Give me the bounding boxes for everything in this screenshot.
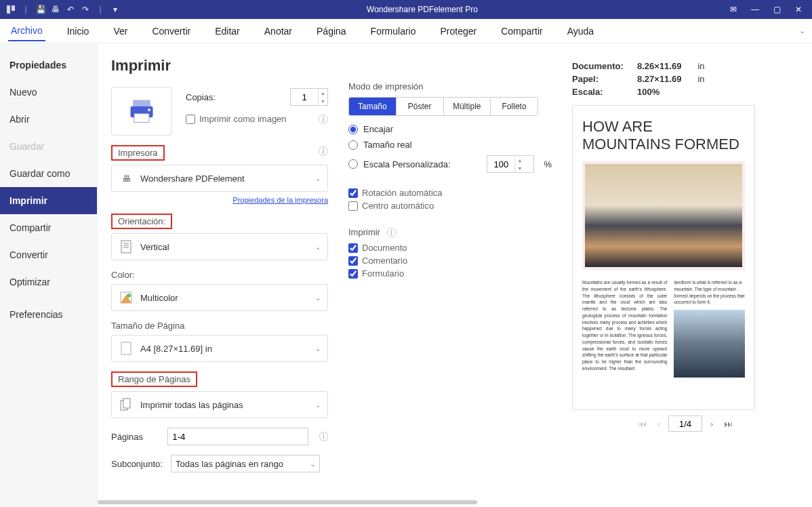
chevron-down-icon: ⌄ (315, 401, 321, 409)
print-mode-label: Modo de impresión (348, 81, 552, 92)
svg-rect-12 (121, 342, 131, 354)
docinfo-doc-val: 8.26×11.69 (637, 61, 681, 71)
radio-custom-scale-label: Escala Personalizada: (363, 159, 451, 169)
info-icon[interactable]: i (319, 115, 328, 124)
print-form-label: Formulario (362, 268, 404, 279)
sidebar-item-nuevo[interactable]: Nuevo (0, 79, 97, 106)
scale-unit: % (544, 159, 552, 169)
tab-size[interactable]: Tamaño (349, 98, 397, 115)
radio-actual[interactable] (348, 140, 358, 150)
docinfo-paper-unit: in (697, 74, 704, 84)
sidebar-item-compartir[interactable]: Compartir (0, 214, 97, 241)
docinfo-paper-val: 8.27×11.69 (637, 74, 681, 84)
menu-archivo[interactable]: Archivo (8, 21, 45, 41)
printer-icon: 🖶 (119, 171, 134, 186)
svg-rect-6 (121, 241, 131, 253)
menu-formulario[interactable]: Formulario (368, 22, 419, 41)
minimize-button[interactable]: ― (746, 0, 765, 19)
info-icon[interactable]: i (319, 146, 328, 156)
print-icon[interactable]: 🖶 (50, 4, 61, 15)
pager-last-button[interactable]: ⏭ (721, 418, 735, 430)
maximize-button[interactable]: ▢ (767, 0, 786, 19)
menu-inicio[interactable]: Inicio (64, 22, 92, 41)
page-icon (119, 341, 134, 356)
spinner-up[interactable]: ▲ (319, 89, 327, 97)
tab-poster[interactable]: Póster (397, 98, 444, 115)
printer-dropdown[interactable]: 🖶 Wondershare PDFelement ⌄ (111, 165, 328, 192)
menu-proteger[interactable]: Proteger (438, 22, 480, 41)
menu-ver[interactable]: Ver (110, 22, 130, 41)
sidebar-item-abrir[interactable]: Abrir (0, 106, 97, 133)
tab-booklet[interactable]: Folleto (491, 98, 537, 115)
pager-prev-button[interactable]: ‹ (655, 418, 663, 430)
pagerange-dropdown[interactable]: Imprimir todas las páginas ⌄ (111, 391, 328, 418)
chevron-down-icon: ⌄ (310, 460, 315, 468)
radio-custom-scale[interactable] (348, 159, 358, 169)
redo-icon[interactable]: ↷ (80, 4, 91, 15)
menu-editar[interactable]: Editar (212, 22, 243, 41)
auto-center-checkbox[interactable] (348, 201, 358, 211)
printer-value: Wondershare PDFelement (140, 174, 315, 184)
preview-image-1 (582, 161, 745, 270)
sidebar-item-propiedades[interactable]: Propiedades (0, 52, 97, 79)
document-info: Documento:8.26×11.69in Papel:8.27×11.69i… (572, 61, 798, 97)
menu-pagina[interactable]: Página (314, 22, 349, 41)
pager-next-button[interactable]: › (708, 418, 716, 430)
svg-rect-0 (7, 5, 10, 14)
print-comment-checkbox[interactable] (348, 256, 358, 266)
print-form-checkbox[interactable] (348, 269, 358, 279)
pager-input[interactable] (668, 415, 702, 432)
subset-label: Subconjunto: (111, 459, 164, 469)
preview-title: HOW ARE MOUNTAINS FORMED (582, 118, 745, 153)
printer-properties-link[interactable]: Propiedades de la impresora (232, 196, 328, 204)
menu-ayuda[interactable]: Ayuda (565, 22, 596, 41)
dropdown-icon[interactable]: ▾ (110, 4, 121, 15)
copies-spinner[interactable]: ▲▼ (290, 88, 328, 106)
pagerange-value: Imprimir todas las páginas (140, 400, 315, 410)
svg-point-11 (127, 293, 131, 298)
pagesize-dropdown[interactable]: A4 [8.27×11.69] in ⌄ (111, 335, 328, 362)
undo-icon[interactable]: ↶ (65, 4, 76, 15)
svg-rect-2 (133, 100, 150, 106)
pager-first-button[interactable]: ⏮ (635, 418, 649, 430)
menu-compartir[interactable]: Compartir (498, 22, 545, 41)
spinner-down[interactable]: ▼ (515, 164, 524, 172)
subset-dropdown[interactable]: Todas las páginas en rango ⌄ (171, 455, 320, 472)
page-portrait-icon (119, 239, 134, 254)
svg-rect-1 (12, 5, 15, 11)
info-icon[interactable]: i (319, 432, 328, 441)
spinner-down[interactable]: ▼ (319, 97, 327, 105)
pages-input[interactable] (167, 428, 308, 445)
color-icon (119, 290, 134, 305)
sidebar-item-preferencias[interactable]: Preferencias (0, 301, 97, 328)
sidebar-item-convertir[interactable]: Convertir (0, 241, 97, 268)
menu-collapse-icon[interactable]: ⌄ (799, 26, 805, 35)
menu-convertir[interactable]: Convertir (149, 22, 193, 41)
menu-anotar[interactable]: Anotar (262, 22, 295, 41)
color-dropdown[interactable]: Multicolor ⌄ (111, 284, 328, 311)
copies-input[interactable] (291, 89, 318, 105)
print-section-label: Imprimir (348, 227, 380, 237)
printer-illustration (111, 87, 172, 136)
docinfo-scale-val: 100% (637, 87, 659, 97)
preview-image-2 (674, 310, 745, 378)
save-icon[interactable]: 💾 (35, 4, 46, 15)
sidebar-item-imprimir[interactable]: Imprimir (0, 187, 97, 214)
print-document-checkbox[interactable] (348, 243, 358, 253)
print-as-image-checkbox[interactable] (186, 115, 195, 124)
sidebar-item-guardar[interactable]: Guardar (0, 133, 97, 160)
sidebar-item-optimizar[interactable]: Optimizar (0, 268, 97, 296)
spinner-up[interactable]: ▲ (515, 156, 524, 164)
horizontal-scrollbar[interactable] (98, 499, 599, 506)
divider: | (95, 4, 106, 15)
auto-rotate-checkbox[interactable] (348, 188, 358, 198)
scale-input[interactable] (487, 156, 514, 172)
info-icon[interactable]: i (387, 228, 397, 237)
close-button[interactable]: ✕ (789, 0, 808, 19)
orientation-dropdown[interactable]: Vertical ⌄ (111, 233, 328, 260)
sidebar-item-guardar-como[interactable]: Guardar como (0, 160, 97, 187)
mail-icon[interactable]: ✉ (724, 0, 743, 19)
radio-fit[interactable] (348, 125, 358, 134)
tab-multiple[interactable]: Múltiple (444, 98, 491, 115)
auto-center-label: Centro automático (362, 201, 434, 211)
